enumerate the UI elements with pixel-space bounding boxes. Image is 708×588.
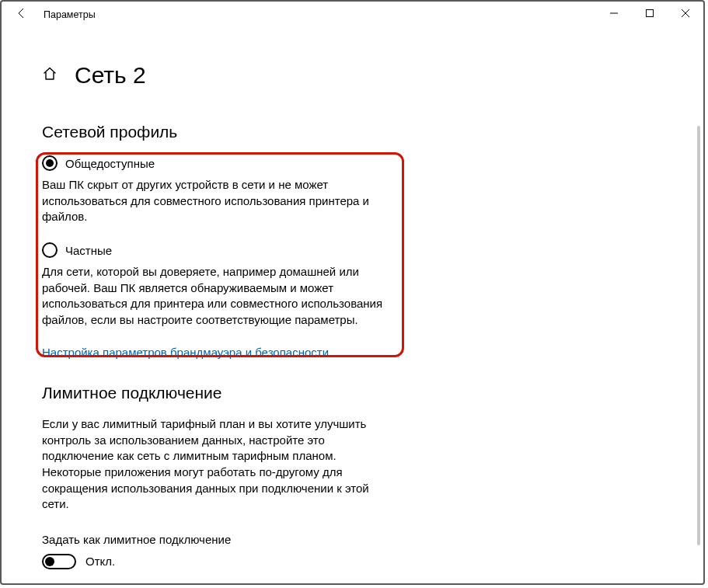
- radio-private-desc: Для сети, которой вы доверяете, например…: [42, 264, 393, 329]
- back-button[interactable]: [11, 7, 33, 23]
- window-controls: [596, 2, 703, 25]
- page-header: Сеть 2: [42, 62, 680, 89]
- radio-private-label: Частные: [65, 244, 112, 257]
- page-title: Сеть 2: [75, 62, 146, 89]
- svg-rect-1: [647, 10, 654, 17]
- metered-toggle-state: Откл.: [85, 555, 115, 568]
- home-icon[interactable]: [42, 66, 58, 85]
- section-title-metered: Лимитное подключение: [42, 384, 680, 402]
- radio-public[interactable]: [42, 155, 58, 171]
- content-area: Сеть 2 Сетевой профиль Общедоступные Ваш…: [42, 62, 680, 569]
- minimize-button[interactable]: [596, 2, 632, 25]
- radio-option-private[interactable]: Частные: [42, 242, 393, 258]
- radio-option-public[interactable]: Общедоступные: [42, 155, 393, 171]
- metered-toggle-caption: Задать как лимитное подключение: [42, 533, 680, 546]
- radio-private[interactable]: [42, 242, 58, 258]
- settings-window: Параметры Сеть 2 Сетевой профиль Общедос…: [0, 0, 705, 585]
- window-title: Параметры: [44, 9, 96, 20]
- section-title-profile: Сетевой профиль: [42, 123, 680, 141]
- metered-toggle-row: Откл.: [42, 554, 680, 569]
- maximize-button[interactable]: [632, 2, 668, 25]
- radio-public-desc: Ваш ПК скрыт от других устройств в сети …: [42, 177, 393, 225]
- vertical-scrollbar[interactable]: [697, 126, 700, 545]
- metered-desc: Если у вас лимитный тарифный план и вы х…: [42, 416, 393, 513]
- radio-public-label: Общедоступные: [65, 157, 155, 170]
- close-button[interactable]: [668, 2, 703, 25]
- metered-toggle[interactable]: [42, 554, 76, 569]
- firewall-settings-link[interactable]: Настройка параметров брандмауэра и безоп…: [42, 346, 393, 359]
